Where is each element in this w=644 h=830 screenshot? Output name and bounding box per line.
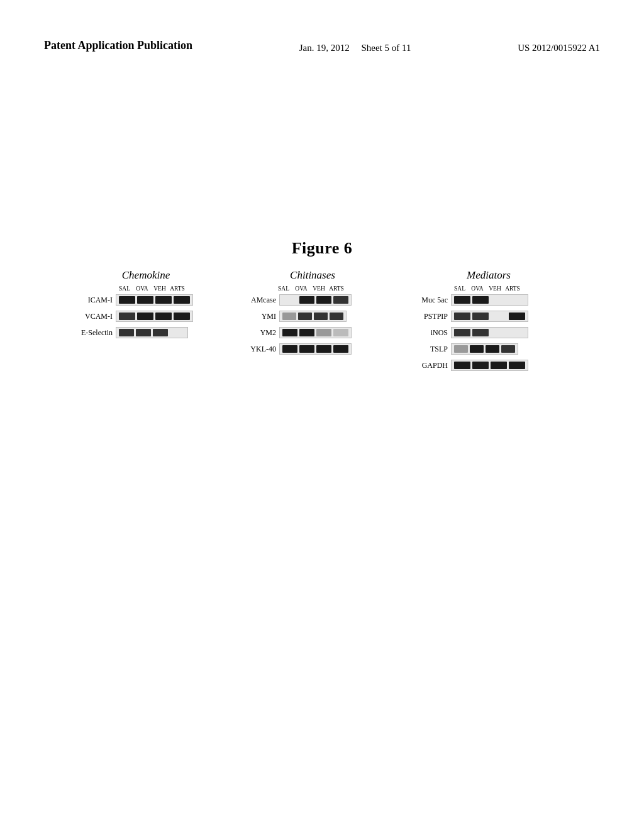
vcam-band-veh <box>155 313 172 320</box>
chitinases-col-sal: SAL <box>275 285 292 292</box>
ym2-label: YM2 <box>240 328 279 338</box>
gapdh-band-arts <box>509 362 525 369</box>
figure-title: Figure 6 <box>77 239 567 258</box>
muc5ac-row: Muc 5ac <box>410 294 567 306</box>
eselectin-label: E-Selectin <box>77 328 116 338</box>
muc5ac-band-ova <box>472 296 489 304</box>
publication-number: US 2012/0015922 A1 <box>518 38 600 55</box>
pstpip-band-sal <box>454 313 470 320</box>
inos-band-ova <box>472 329 489 336</box>
ykl40-row: YKL-40 <box>240 343 385 355</box>
icam-band-ova <box>137 296 153 304</box>
tslp-band-sal <box>454 345 468 353</box>
vcam-bands <box>116 311 193 322</box>
icam-band-sal <box>119 296 135 304</box>
inos-bands <box>451 327 528 338</box>
mediators-section: Mediators SAL OVA VEH ARTS Muc 5ac <box>410 269 567 376</box>
vcam-band-sal <box>119 313 135 320</box>
chemokine-col-headers: SAL OVA VEH ARTS <box>77 285 215 292</box>
chemokine-col-ova: OVA <box>133 285 151 292</box>
muc5ac-band-veh <box>491 296 507 304</box>
muc5ac-label: Muc 5ac <box>410 296 451 305</box>
vcam-label: VCAM-I <box>77 312 116 321</box>
ym2-row: YM2 <box>240 327 385 338</box>
ykl40-band-ova <box>299 345 314 353</box>
chitinases-col-ova: OVA <box>292 285 310 292</box>
inos-band-sal <box>454 329 470 336</box>
gapdh-label: GAPDH <box>410 361 451 370</box>
amcase-label: AMcase <box>240 296 279 305</box>
vcam-band-arts <box>174 313 190 320</box>
pstpip-band-arts <box>509 313 525 320</box>
page-header: Patent Application Publication Jan. 19, … <box>44 38 600 55</box>
ym2-band-arts <box>333 329 348 336</box>
icam-band-arts <box>174 296 190 304</box>
ymi-band-veh <box>314 313 328 320</box>
amcase-band-sal <box>282 296 297 304</box>
ymi-band-ova <box>298 313 312 320</box>
vcam-band-ova <box>137 313 153 320</box>
ykl40-label: YKL-40 <box>240 345 279 354</box>
ykl40-band-veh <box>316 345 331 353</box>
ymi-band-arts <box>330 313 343 320</box>
mediators-col-ova: OVA <box>469 285 486 292</box>
eselectin-band-arts <box>170 329 185 336</box>
tslp-row: TSLP <box>410 343 567 355</box>
ym2-band-sal <box>282 329 297 336</box>
gapdh-band-ova <box>472 362 489 369</box>
chemokine-title: Chemokine <box>122 269 170 282</box>
ym2-band-veh <box>316 329 331 336</box>
pstpip-label: PSTPIP <box>410 312 451 321</box>
publication-date-sheet: Jan. 19, 2012 Sheet 5 of 11 <box>299 38 411 55</box>
ykl40-band-arts <box>333 345 348 353</box>
muc5ac-band-sal <box>454 296 470 304</box>
eselectin-band-ova <box>136 329 151 336</box>
icam-band-veh <box>155 296 172 304</box>
amcase-row: AMcase <box>240 294 385 306</box>
page: Patent Application Publication Jan. 19, … <box>0 0 644 830</box>
tslp-band-ova <box>470 345 484 353</box>
gapdh-bands <box>451 360 528 371</box>
tslp-band-arts <box>501 345 515 353</box>
gapdh-band-veh <box>491 362 507 369</box>
amcase-band-veh <box>316 296 331 304</box>
amcase-band-arts <box>333 296 348 304</box>
figure-content: Chemokine SAL OVA VEH ARTS ICAM-I <box>77 269 567 376</box>
publication-date: Jan. 19, 2012 <box>299 43 350 53</box>
tslp-band-veh <box>486 345 499 353</box>
icam-label: ICAM-I <box>77 296 116 305</box>
eselectin-band-sal <box>119 329 134 336</box>
ym2-band-ova <box>299 329 314 336</box>
muc5ac-bands <box>451 294 528 306</box>
pstpip-bands <box>451 311 528 322</box>
chitinases-section: Chitinases SAL OVA VEH ARTS AMcase <box>240 269 385 360</box>
ykl40-bands <box>279 343 352 355</box>
figure-area: Figure 6 Chemokine SAL OVA VEH ARTS ICAM… <box>77 239 567 376</box>
sheet-info: Sheet 5 of 11 <box>361 43 411 53</box>
mediators-col-headers: SAL OVA VEH ARTS <box>410 285 567 292</box>
ymi-bands <box>279 311 347 322</box>
icam-bands <box>116 294 193 306</box>
pstpip-row: PSTPIP <box>410 311 567 322</box>
eselectin-bands <box>116 327 188 338</box>
mediators-col-sal: SAL <box>451 285 469 292</box>
amcase-bands <box>279 294 352 306</box>
tslp-bands <box>451 343 518 355</box>
ymi-band-sal <box>282 313 296 320</box>
mediators-col-veh: VEH <box>486 285 504 292</box>
ym2-bands <box>279 327 352 338</box>
chitinases-col-headers: SAL OVA VEH ARTS <box>240 285 385 292</box>
ymi-row: YMI <box>240 311 385 322</box>
gapdh-band-sal <box>454 362 470 369</box>
inos-band-arts <box>509 329 525 336</box>
vcam-row: VCAM-I <box>77 311 215 322</box>
amcase-band-ova <box>299 296 314 304</box>
mediators-col-arts: ARTS <box>504 285 521 292</box>
inos-row: iNOS <box>410 327 567 338</box>
inos-label: iNOS <box>410 328 451 338</box>
chitinases-title: Chitinases <box>290 269 335 282</box>
chemokine-col-veh: VEH <box>151 285 169 292</box>
chitinases-col-arts: ARTS <box>328 285 345 292</box>
ykl40-band-sal <box>282 345 297 353</box>
chemokine-col-sal: SAL <box>116 285 133 292</box>
